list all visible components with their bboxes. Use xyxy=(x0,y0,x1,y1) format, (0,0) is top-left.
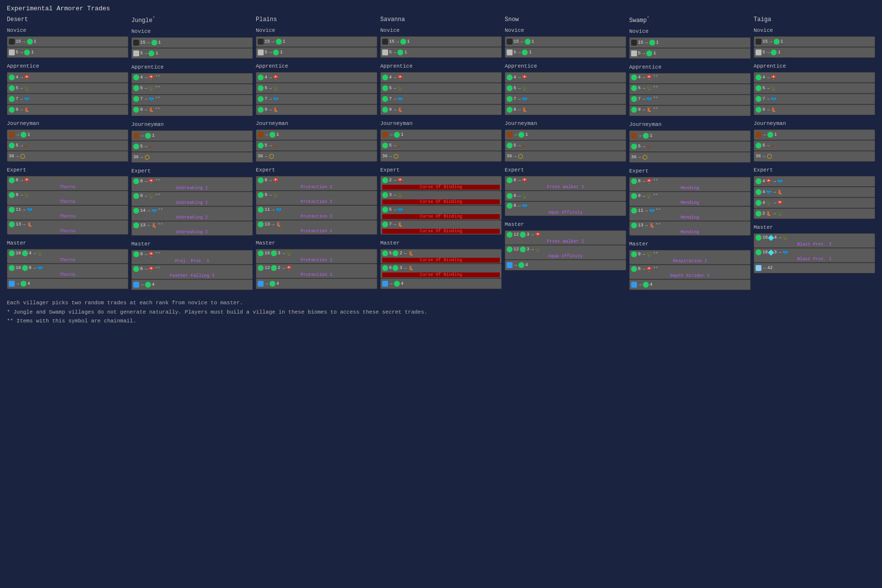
trade-row: 5 → 🪖 xyxy=(754,83,875,94)
biome-swamp: Swamp* xyxy=(629,16,751,24)
footnote-3: ** Items with this symbol are chainmail. xyxy=(7,317,875,326)
trade-row: 13 → 👢 Thorns xyxy=(7,220,128,235)
footnote-2: * Jungle and Swamp villages do not gener… xyxy=(7,308,875,317)
trade-row: 4 → ⛑️ xyxy=(754,72,875,83)
trade-row: 15 → 1 xyxy=(7,36,128,47)
trade-row: 8 → ⛑️** Depth Strider I xyxy=(629,265,751,279)
trade-row: → 4 xyxy=(7,278,128,289)
trade-row: 5 → ▬ xyxy=(131,141,253,152)
trade-row: 9 → 👢 xyxy=(256,104,377,115)
col-plains: Plains Novice 15 → 1 5 → 1 Apprentice xyxy=(256,16,377,292)
trade-row: 9 → 🪖 Thorns xyxy=(7,191,128,205)
trade-row: → 1 xyxy=(7,129,128,140)
trade-row: 8 → ⛑️ Frost Walker I xyxy=(505,176,626,191)
trade-row: 4 → ⛑️ xyxy=(380,72,502,83)
trade-row: 4 → ⛑️ xyxy=(505,72,626,83)
trades-grid: Desert Novice 15 → 1 5 → 1 Apprentice xyxy=(7,16,875,292)
trade-row: 36 → ⬡ xyxy=(629,152,751,163)
col-jungle: Jungle* Novice 15 → 1 5 → 1 Apprentice xyxy=(131,16,253,292)
trade-row: 7 → 🩲 xyxy=(505,94,626,104)
trade-row: 5 → 🪖 xyxy=(7,83,128,94)
trade-row: 5 → ▬ xyxy=(7,140,128,151)
trade-row: 9 → 🪖** Mending xyxy=(629,192,751,206)
trade-row: 5 → ▬ xyxy=(505,140,626,151)
trade-row: 8 → ⛑️ Protection I xyxy=(256,176,377,191)
trade-row: → 1 xyxy=(754,129,875,140)
trade-row: → 42 xyxy=(754,263,875,273)
trade-row: 16 3 → 🪖 Protection I xyxy=(256,249,377,264)
col-taiga: Taiga Novice 15 → 1 5 → 1 Apprentice xyxy=(754,16,875,292)
trade-row: → 1 xyxy=(380,129,502,140)
trade-row: 5 → 🪖** xyxy=(131,84,253,95)
biome-desert: Desert xyxy=(7,16,128,23)
trade-row: 15 → 1 xyxy=(505,36,626,47)
trade-row: 7 → 🩲 xyxy=(754,94,875,104)
page-title: Experimental Armorer Trades xyxy=(7,5,875,12)
trade-row: 18 4 → 🪖 Blast Prot. I xyxy=(754,233,875,248)
trade-row: 12 2 → ⛑️ Protection I xyxy=(256,264,377,278)
trade-row: 7 → 🩲 xyxy=(7,94,128,104)
trade-row: 5 → 🩲 Curse Of Binding xyxy=(380,205,502,220)
trade-row: 9 → 🩲 Aqua Affinity xyxy=(505,201,626,216)
trade-row: 5 → 1 xyxy=(754,47,875,58)
trade-row: 7 → 🩲 xyxy=(256,94,377,104)
trade-row: 9 → 🪖 Protection I xyxy=(256,191,377,205)
trade-row: 36 → ⬡ xyxy=(380,151,502,162)
trade-row: 9 → 🪖** Unbreaking I xyxy=(131,192,253,206)
biome-snow: Snow xyxy=(505,16,626,23)
trade-row: 5 → ▬ xyxy=(380,140,502,151)
trade-row: 18 3 → 🩲 Blast Prot. I xyxy=(754,248,875,263)
trade-row: 15 → 1 xyxy=(380,36,502,47)
trade-row: 11 → 🩲** Mending xyxy=(629,206,751,221)
trade-row: 9 → 👢 xyxy=(7,104,128,115)
trade-row: 12 3 → ⛑️ Frost Walker I xyxy=(505,230,626,245)
trade-row: 11 → 🩲 Thorns xyxy=(7,205,128,220)
trade-row: 4 → ⛑️ xyxy=(7,72,128,83)
trade-row: 13 → 👢** Unbreaking I xyxy=(131,221,253,236)
trade-row: 5 → 🪖 xyxy=(256,83,377,94)
trade-row: → 1 xyxy=(256,129,377,140)
trade-row: 5 → ▬ xyxy=(629,141,751,152)
trade-row: 8 → ⛑️** Unbreaking I xyxy=(131,177,253,192)
trade-row: 4 🩲 → 👢 xyxy=(754,187,875,197)
trade-row: 5 → 🪖 xyxy=(505,83,626,94)
trade-row: 36 → ⬡ xyxy=(256,151,377,162)
trade-row: 9 → 👢** xyxy=(629,105,751,116)
trade-row: 5 → 1 xyxy=(7,47,128,58)
trade-row: 7 → 🩲** xyxy=(131,95,253,105)
trade-row: 9 → 👢 xyxy=(380,104,502,115)
trade-row: 15 → 1 xyxy=(629,37,751,48)
trade-row: 15 → 1 xyxy=(131,37,253,48)
trade-row: → 4 xyxy=(131,279,253,290)
trade-row: 9 → 👢 xyxy=(505,104,626,115)
trade-row: 5 2 → 👢 Curse Of Binding xyxy=(380,249,502,264)
trade-row: 13 → 👢 Protection I xyxy=(256,220,377,235)
biome-plains: Plains xyxy=(256,16,377,23)
trade-row: 2 → ⛑️ Curse Of Binding xyxy=(380,176,502,191)
trade-row: 36 → ⬡ xyxy=(131,152,253,163)
trade-row: 9 → 👢 xyxy=(754,104,875,115)
trade-row: 2 👢 → 🪖 xyxy=(754,208,875,219)
trade-row: 9 → 👢** xyxy=(131,105,253,116)
trade-row: 8 → ⛑️** Mending xyxy=(629,177,751,192)
trade-row: → 4 xyxy=(505,260,626,270)
trade-row: 5 → 🪖 xyxy=(380,83,502,94)
trade-row: → 1 xyxy=(629,130,751,141)
trade-row: → 1 xyxy=(505,129,626,140)
trade-row: 4 ⛑️ → 🩲 xyxy=(754,176,875,187)
trade-row: 9 → 🪖** Respiration I xyxy=(629,250,751,265)
trade-row: 8 → ⛑️ Thorns xyxy=(7,176,128,191)
trade-row: 36 → ⬡ xyxy=(7,151,128,162)
trade-row: 7 → 🩲** xyxy=(629,95,751,105)
trade-row: 8 3 → 👢 Curse Of Binding xyxy=(380,264,502,278)
col-snow: Snow Novice 15 → 1 5 → 1 Apprentice xyxy=(505,16,626,292)
trade-row: 36 → ⬡ xyxy=(754,151,875,162)
trade-row: → 1 xyxy=(131,130,253,141)
trade-row: 4 🪖 → ⛑️ xyxy=(754,197,875,208)
trade-row: 11 → 🩲 Protection I xyxy=(256,205,377,220)
trade-row: 3 → 🪖 Curse Of Binding xyxy=(380,191,502,205)
trade-row: 7 → 🩲 xyxy=(380,94,502,104)
trade-row: 8 → ⛑️** Feather Falling I xyxy=(131,265,253,279)
biome-jungle: Jungle* xyxy=(131,16,253,24)
col-desert: Desert Novice 15 → 1 5 → 1 Apprentice xyxy=(7,16,128,292)
